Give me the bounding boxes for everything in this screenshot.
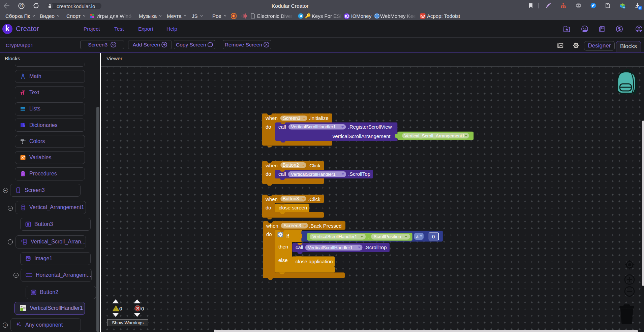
svg-text:.ScrollTop: .ScrollTop [365,244,387,250]
svg-text:0: 0 [432,234,435,239]
svg-text:call: call [296,244,303,250]
svg-text:do: do [266,171,271,177]
svg-text:ScrollPosition: ScrollPosition [374,234,401,239]
svg-text:.Initialize: .Initialize [309,115,329,121]
svg-text:verticalScrollArrangement: verticalScrollArrangement [333,133,391,139]
svg-text:do: do [266,231,272,237]
svg-text:when: when [265,196,278,202]
svg-text:when: when [266,223,278,229]
svg-text:.ScrollTop: .ScrollTop [348,171,370,177]
svg-text:Screen3: Screen3 [284,223,301,228]
svg-text:VerticalScrollHandler1: VerticalScrollHandler1 [291,124,336,129]
svg-text:VerticalScrollHandler1: VerticalScrollHandler1 [308,245,353,250]
svg-text:.Back Pressed: .Back Pressed [309,223,342,229]
svg-text:close application: close application [296,259,333,264]
svg-text:VerticalScrollHandler1: VerticalScrollHandler1 [312,234,357,239]
svg-text:do: do [266,205,271,210]
svg-text:close screen: close screen [279,205,307,210]
svg-text:.RegisterScrollView: .RegisterScrollView [348,124,392,130]
svg-text:.Click: .Click [308,163,320,168]
svg-text:.: . [368,234,369,239]
svg-text:≠: ≠ [416,234,419,239]
svg-text:if: if [286,233,289,239]
svg-text:Screen3: Screen3 [283,115,301,121]
svg-text:then: then [278,244,288,250]
svg-text:else: else [278,257,288,263]
svg-text:when: when [265,115,278,121]
svg-text:call: call [278,124,286,130]
svg-text:do: do [266,124,271,130]
svg-text:Button2: Button2 [283,162,299,168]
svg-text:VerticalScrollHandler1: VerticalScrollHandler1 [291,172,336,177]
svg-text:Vertical_Scroll_Arrangement1: Vertical_Scroll_Arrangement1 [404,133,465,138]
svg-text:.Click: .Click [308,196,320,202]
svg-text:when: when [265,163,278,168]
svg-text:call: call [278,171,286,177]
svg-text:Button3: Button3 [283,196,299,201]
